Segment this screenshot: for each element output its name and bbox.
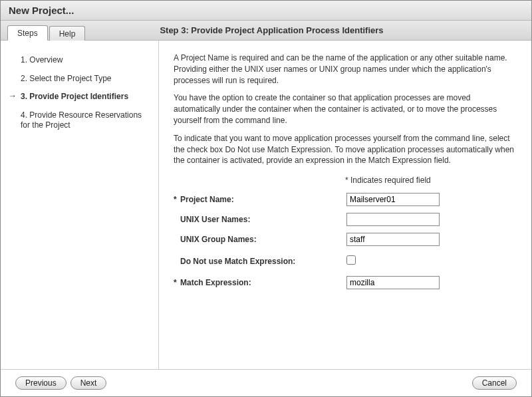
desc-paragraph: You have the option to create the contai…	[174, 92, 517, 126]
label-unix-groups: UNIX Group Names:	[174, 235, 346, 244]
tab-help[interactable]: Help	[49, 26, 86, 41]
next-button[interactable]: Next	[70, 376, 107, 390]
button-label: Cancel	[482, 378, 507, 388]
tab-steps[interactable]: Steps	[7, 25, 48, 41]
desc-paragraph: To indicate that you want to move applic…	[174, 133, 517, 166]
desc-paragraph: A Project Name is required and can be th…	[174, 53, 517, 86]
do-not-use-match-checkbox[interactable]	[346, 255, 356, 265]
label-project-name: *Project Name:	[174, 195, 346, 204]
sidebar-item-project-identifiers[interactable]: 3. Provide Project Identifiers	[9, 88, 152, 106]
button-label: Next	[80, 378, 97, 388]
label-text: Match Expression:	[180, 278, 251, 287]
sidebar-item-project-type[interactable]: 2. Select the Project Type	[9, 70, 152, 88]
unix-group-names-input[interactable]	[346, 233, 440, 246]
tab-help-label: Help	[59, 29, 76, 39]
row-project-name: *Project Name:	[174, 193, 517, 206]
body: 1. Overview 2. Select the Project Type 3…	[1, 41, 531, 369]
main-panel: A Project Name is required and can be th…	[159, 41, 531, 369]
label-match-expr: *Match Expression:	[174, 278, 346, 287]
button-label: Previous	[25, 378, 57, 388]
label-text: Do Not use Match Expression:	[180, 257, 295, 266]
row-match-expr: *Match Expression:	[174, 276, 517, 289]
cancel-button[interactable]: Cancel	[472, 376, 517, 390]
tab-steps-label: Steps	[17, 29, 38, 38]
label-unix-users: UNIX User Names:	[174, 215, 346, 224]
label-text: Project Name:	[180, 195, 234, 204]
window-title: New Project...	[1, 1, 531, 21]
tab-bar: Steps Help	[7, 21, 86, 40]
sidebar-item-resource-reservations[interactable]: 4. Provide Resource Reservations for the…	[9, 106, 152, 135]
label-no-match: Do Not use Match Expression:	[174, 257, 346, 266]
row-unix-users: UNIX User Names:	[174, 213, 517, 226]
label-text: UNIX Group Names:	[180, 235, 257, 244]
step-title: Step 3: Provide Project Application Proc…	[86, 25, 525, 35]
match-expression-input[interactable]	[346, 276, 440, 289]
header-row: Steps Help Step 3: Provide Project Appli…	[1, 21, 531, 41]
row-unix-groups: UNIX Group Names:	[174, 233, 517, 246]
sidebar-item-label: 4. Provide Resource Reservations for the…	[21, 110, 142, 130]
sidebar-item-label: 3. Provide Project Identifiers	[21, 92, 128, 101]
wizard-window: New Project... Steps Help Step 3: Provid…	[0, 0, 532, 397]
step-description: A Project Name is required and can be th…	[174, 53, 517, 173]
row-no-match: Do Not use Match Expression:	[174, 255, 517, 267]
unix-user-names-input[interactable]	[346, 213, 440, 226]
required-field-note: * Indicates required field	[174, 176, 517, 185]
steps-sidebar: 1. Overview 2. Select the Project Type 3…	[1, 41, 159, 369]
sidebar-item-overview[interactable]: 1. Overview	[9, 51, 152, 70]
sidebar-item-label: 1. Overview	[21, 55, 63, 65]
form: *Project Name: UNIX User Names: UNIX Gro…	[174, 193, 517, 296]
label-text: UNIX User Names:	[180, 215, 250, 224]
wizard-footer: Previous Next Cancel	[1, 369, 531, 396]
previous-button[interactable]: Previous	[15, 376, 66, 390]
project-name-input[interactable]	[346, 193, 440, 206]
sidebar-item-label: 2. Select the Project Type	[21, 74, 112, 83]
